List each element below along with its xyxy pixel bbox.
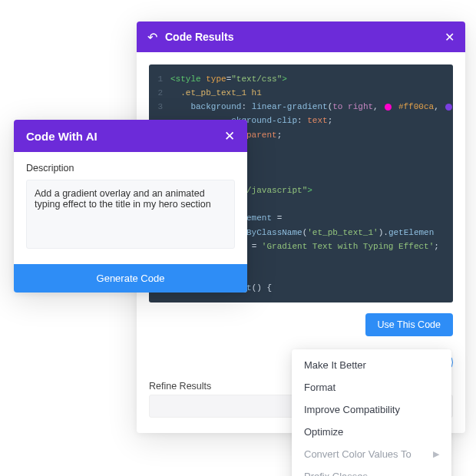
code-with-ai-window: Code With AI ✕ Description Generate Code bbox=[14, 120, 247, 293]
dropdown-item-optimize[interactable]: Optimize bbox=[292, 421, 451, 443]
generate-code-button[interactable]: Generate Code bbox=[14, 264, 247, 293]
close-icon[interactable]: ✕ bbox=[445, 30, 455, 45]
improve-dropdown: Make It Better Format Improve Compatibil… bbox=[292, 349, 451, 476]
use-this-code-button[interactable]: Use This Code bbox=[365, 313, 453, 336]
color-swatch-icon bbox=[385, 104, 392, 111]
description-label: Description bbox=[26, 163, 235, 174]
color-swatch-icon bbox=[445, 104, 452, 111]
close-icon[interactable]: ✕ bbox=[224, 128, 235, 144]
code-results-title: Code Results bbox=[165, 31, 445, 43]
dropdown-item-improve-compatibility[interactable]: Improve Compatibility bbox=[292, 398, 451, 421]
dropdown-item-make-it-better[interactable]: Make It Better bbox=[292, 354, 451, 376]
dropdown-item-format[interactable]: Format bbox=[292, 376, 451, 398]
back-icon[interactable]: ↶ bbox=[147, 30, 157, 45]
dropdown-item-prefix-classes[interactable]: Prefix Classes bbox=[292, 465, 451, 476]
code-with-ai-header: Code With AI ✕ bbox=[14, 120, 247, 152]
code-with-ai-body: Description bbox=[14, 152, 247, 264]
description-textarea[interactable] bbox=[26, 180, 235, 249]
chevron-right-icon: ▶ bbox=[433, 449, 439, 459]
dropdown-item-convert-color-values[interactable]: Convert Color Values To▶ bbox=[292, 443, 451, 465]
use-code-row: Use This Code bbox=[137, 309, 465, 347]
code-results-header: ↶ Code Results ✕ bbox=[137, 21, 465, 52]
code-with-ai-title: Code With AI bbox=[26, 130, 224, 143]
